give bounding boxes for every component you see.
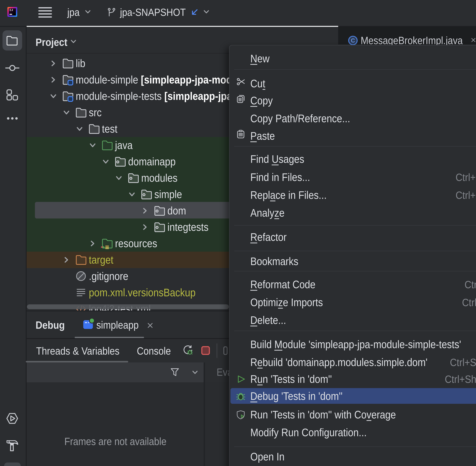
svg-text:C: C [351, 37, 355, 44]
